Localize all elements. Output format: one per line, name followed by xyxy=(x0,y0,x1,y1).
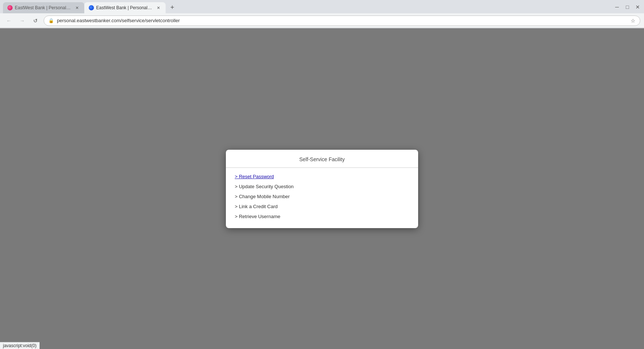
forward-button[interactable]: → xyxy=(17,16,27,26)
reload-button[interactable]: ↺ xyxy=(30,16,41,26)
menu-item-link-credit-card[interactable]: > Link a Credit Card xyxy=(235,204,409,209)
menu-item-update-security-question[interactable]: > Update Security Question xyxy=(235,184,409,189)
self-service-dialog: Self-Service Facility > Reset Password> … xyxy=(226,150,418,228)
tab-close-2[interactable]: ✕ xyxy=(155,5,161,11)
status-text: javascript:void(0) xyxy=(3,343,37,348)
tab-1[interactable]: EastWest Bank | Personal Bankin... ✕ xyxy=(3,2,84,13)
address-bar[interactable]: 🔒 personal.eastwestbanker.com/selfservic… xyxy=(44,16,640,26)
address-url: personal.eastwestbanker.com/selfservice/… xyxy=(57,18,628,23)
dialog-title: Self-Service Facility xyxy=(226,150,418,168)
maximize-button[interactable]: □ xyxy=(623,2,632,12)
browser-chrome: EastWest Bank | Personal Bankin... ✕ Eas… xyxy=(0,0,644,28)
nav-bar: ← → ↺ 🔒 personal.eastwestbanker.com/self… xyxy=(0,13,644,28)
new-tab-button[interactable]: + xyxy=(167,2,177,13)
lock-icon: 🔒 xyxy=(48,18,54,23)
minimize-button[interactable]: ─ xyxy=(612,2,622,12)
tab-label-2: EastWest Bank | Personal Bankin... xyxy=(96,5,153,10)
tab-favicon-1 xyxy=(7,5,13,10)
tab-favicon-2 xyxy=(89,5,94,10)
status-bar: javascript:void(0) xyxy=(0,342,40,349)
tab-bar: EastWest Bank | Personal Bankin... ✕ Eas… xyxy=(0,0,644,13)
menu-item-change-mobile-number[interactable]: > Change Mobile Number xyxy=(235,194,409,199)
tab-2[interactable]: EastWest Bank | Personal Bankin... ✕ xyxy=(84,2,166,13)
tab-label-1: EastWest Bank | Personal Bankin... xyxy=(15,5,72,10)
bookmark-icon[interactable]: ☆ xyxy=(631,18,635,24)
menu-item-reset-password[interactable]: > Reset Password xyxy=(235,174,409,179)
close-button[interactable]: ✕ xyxy=(633,2,643,12)
back-button[interactable]: ← xyxy=(4,16,14,26)
menu-item-retrieve-username[interactable]: > Retrieve Username xyxy=(235,214,409,219)
tab-close-1[interactable]: ✕ xyxy=(74,5,80,11)
page-content: Self-Service Facility > Reset Password> … xyxy=(0,28,644,349)
dialog-body: > Reset Password> Update Security Questi… xyxy=(226,168,418,228)
